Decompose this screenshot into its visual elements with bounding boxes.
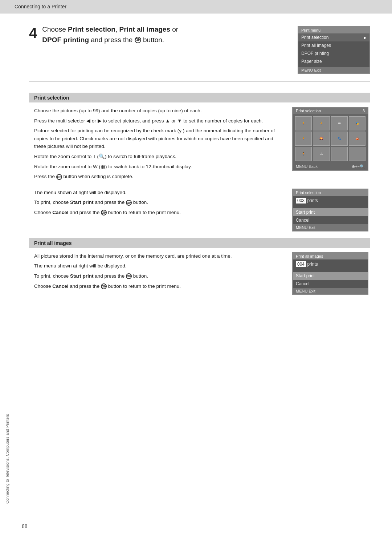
print-all-inner: All pictures stored in the internal memo…: [29, 252, 370, 295]
pa-screen-title: Print all images: [293, 253, 368, 259]
print-all-images-heading: Print all images: [29, 238, 370, 248]
thumb-3: 🏔: [331, 116, 348, 130]
pa-screen: Print all images 004 prints Start print …: [292, 252, 368, 295]
ps-screen-footer: MENU Back ⊕+−🔍: [293, 163, 368, 170]
thumb-4: 🎭: [349, 116, 366, 130]
print-selection-confirm-text: The menu shown at right will be displaye…: [29, 189, 285, 219]
thumb-8: 🎪: [349, 132, 366, 146]
thumb-9: 🧍: [295, 147, 312, 161]
side-label: Connecting to Televisions, Computers and…: [5, 145, 9, 504]
thumb-7: 🐾: [331, 132, 348, 146]
pa-para-0: All pictures stored in the internal memo…: [34, 252, 280, 260]
bold3: DPOF printing: [42, 36, 89, 44]
ps-confirm-screen: Print selection 003 prints Start print C…: [292, 189, 368, 231]
ps-para-5: Press the OK button when setting is comp…: [34, 173, 280, 181]
header-title: Connecting to a Printer: [15, 4, 66, 9]
print-selection-heading: Print selection: [29, 93, 370, 102]
main-content: Print menu Print selection Print all ima…: [0, 13, 392, 310]
top-screen-title: Print menu: [298, 27, 369, 33]
ok-icon-3: OK: [101, 210, 107, 215]
ps-confirm-screen-area: Print selection 003 prints Start print C…: [292, 189, 370, 231]
pa-para-3: Choose Cancel and press the OK button to…: [34, 282, 280, 290]
top-screen-area: Print menu Print selection Print all ima…: [298, 26, 370, 74]
thumb-2: 🧍: [313, 116, 330, 130]
print-all-images-section: Print all images All pictures stored in …: [29, 238, 370, 295]
step-text2: DPOF printing and press the OK button.: [42, 35, 290, 45]
print-selection-section: Print selection Choose the pictures (up …: [29, 93, 370, 231]
thumb-12: [349, 147, 366, 161]
top-screen-item-3: Paper size: [298, 57, 369, 65]
pa-item-0: Start print: [293, 272, 368, 280]
ps-para-4: Rotate the zoom control to W (▦) to swit…: [34, 163, 280, 171]
ok-icon-4: OK: [126, 273, 132, 279]
top-screen-item-0: Print selection: [298, 33, 369, 41]
step-text: Choose Print selection, Print all images…: [42, 24, 290, 35]
ps-screen-header: Print selection 3: [293, 108, 368, 114]
print-selection-text: Choose the pictures (up to 99) and the n…: [29, 107, 285, 183]
ok-icon: OK: [135, 37, 141, 43]
top-screen-item-2: DPOF printing: [298, 49, 369, 57]
print-all-text: All pictures stored in the internal memo…: [29, 252, 285, 292]
top-screen-item-1: Print all images: [298, 41, 369, 49]
ps-para-3: Rotate the zoom control to T (🔍) to swit…: [34, 153, 280, 161]
pa-footer: MENU Exit: [293, 288, 368, 294]
ps-screen-thumb: Print selection 3 🧍 🧍 🏔 🎭 🧍 🌄 🐾 🎪: [292, 107, 368, 171]
top-screen-footer: MENU Exit: [298, 67, 369, 73]
ps-para-1: Press the multi selector ◀ or ▶ to selec…: [34, 117, 280, 125]
thumb-6: 🌄: [313, 132, 330, 146]
ok-icon-small: OK: [56, 174, 62, 180]
print-selection-screen1: Print selection 3 🧍 🧍 🏔 🎭 🧍 🌄 🐾 🎪: [292, 107, 370, 171]
pa-body: All pictures stored in the internal memo…: [29, 252, 285, 290]
ps-p2-1: To print, choose Start print and press t…: [34, 198, 280, 206]
step-area: Print menu Print selection Print all ima…: [29, 24, 370, 82]
ps-para-0: Choose the pictures (up to 99) and the n…: [34, 107, 280, 115]
ps-p2-0: The menu shown at right will be displaye…: [34, 189, 280, 197]
ok-icon-5: OK: [101, 283, 107, 289]
print-selection-body: Choose the pictures (up to 99) and the n…: [29, 107, 285, 181]
pa-para-2: To print, choose Start print and press t…: [34, 272, 280, 280]
pa-prints: 004 prints: [293, 259, 368, 269]
ps-p2-2: Choose Cancel and press the OK button to…: [34, 209, 280, 217]
thumb-11: [331, 147, 348, 161]
top-bar: Connecting to a Printer: [0, 0, 392, 13]
thumb-5: 🧍: [295, 132, 312, 146]
cs-item-0: Start print: [293, 208, 368, 216]
ps-thumbs-grid: 🧍 🧍 🏔 🎭 🧍 🌄 🐾 🎪 🧍 🏞: [293, 114, 368, 163]
thumb-10: 🏞: [313, 147, 330, 161]
cs-prints: 003 prints: [293, 196, 368, 205]
pa-para-1: The menu shown at right will be displaye…: [34, 262, 280, 270]
ps-para-2: Picture selected for printing can be rec…: [34, 127, 280, 150]
bold1: Print selection: [68, 25, 115, 33]
step-text-block: Choose Print selection, Print all images…: [42, 24, 290, 45]
pa-item-1: Cancel: [293, 280, 368, 288]
print-all-screen-area: Print all images 004 prints Start print …: [292, 252, 370, 295]
print-selection-confirm-area: The menu shown at right will be displaye…: [29, 189, 370, 231]
ok-icon-2: OK: [126, 200, 132, 206]
thumb-1: 🧍: [295, 116, 312, 130]
print-selection-inner: Choose the pictures (up to 99) and the n…: [29, 107, 370, 183]
bold2: Print all images: [119, 25, 170, 33]
step-number: 4: [29, 26, 37, 40]
cs-footer: MENU Exit: [293, 224, 368, 231]
cs-title: Print selection: [293, 189, 368, 196]
top-screen-mockup: Print menu Print selection Print all ima…: [298, 26, 370, 74]
ps-confirm-body: The menu shown at right will be displaye…: [29, 189, 285, 217]
cs-item-1: Cancel: [293, 216, 368, 224]
page-number: 88: [22, 523, 28, 529]
